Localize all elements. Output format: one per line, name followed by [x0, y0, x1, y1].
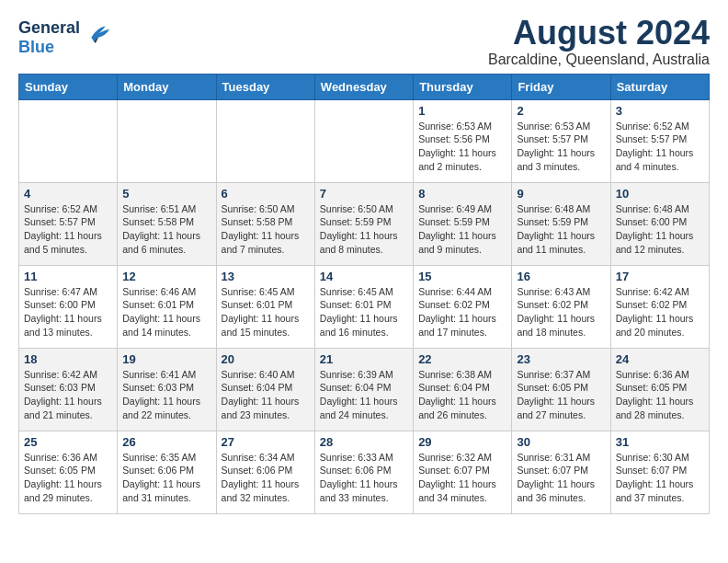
- day-number: 30: [517, 435, 605, 449]
- day-number: 29: [418, 435, 506, 449]
- day-number: 2: [517, 104, 605, 118]
- day-number: 28: [320, 435, 408, 449]
- calendar-cell: 18Sunrise: 6:42 AMSunset: 6:03 PMDayligh…: [19, 348, 118, 431]
- calendar-cell: [19, 99, 118, 182]
- calendar-cell: 27Sunrise: 6:34 AMSunset: 6:06 PMDayligh…: [216, 431, 314, 513]
- day-info: Sunrise: 6:30 AMSunset: 6:07 PMDaylight:…: [616, 451, 704, 505]
- calendar-cell: 20Sunrise: 6:40 AMSunset: 6:04 PMDayligh…: [216, 348, 314, 431]
- day-number: 21: [320, 352, 408, 366]
- day-info: Sunrise: 6:31 AMSunset: 6:07 PMDaylight:…: [517, 451, 605, 505]
- header-row: SundayMondayTuesdayWednesdayThursdayFrid…: [19, 74, 710, 99]
- calendar-cell: 24Sunrise: 6:36 AMSunset: 6:05 PMDayligh…: [610, 348, 709, 431]
- header: General Blue August 2024 Barcaldine, Que…: [18, 15, 710, 68]
- day-number: 3: [616, 104, 704, 118]
- calendar-table: SundayMondayTuesdayWednesdayThursdayFrid…: [18, 74, 710, 514]
- day-number: 4: [24, 187, 112, 201]
- calendar-cell: 22Sunrise: 6:38 AMSunset: 6:04 PMDayligh…: [414, 348, 512, 431]
- header-saturday: Saturday: [610, 74, 709, 99]
- calendar-body: 1Sunrise: 6:53 AMSunset: 5:56 PMDaylight…: [19, 99, 710, 513]
- day-info: Sunrise: 6:32 AMSunset: 6:07 PMDaylight:…: [418, 451, 506, 505]
- day-info: Sunrise: 6:46 AMSunset: 6:01 PMDaylight:…: [122, 285, 210, 339]
- day-number: 20: [222, 352, 310, 366]
- day-info: Sunrise: 6:33 AMSunset: 6:06 PMDaylight:…: [320, 451, 408, 505]
- calendar-cell: 1Sunrise: 6:53 AMSunset: 5:56 PMDaylight…: [414, 99, 512, 182]
- calendar-cell: 15Sunrise: 6:44 AMSunset: 6:02 PMDayligh…: [414, 265, 512, 348]
- day-number: 23: [517, 352, 605, 366]
- calendar-cell: 11Sunrise: 6:47 AMSunset: 6:00 PMDayligh…: [19, 265, 118, 348]
- day-info: Sunrise: 6:45 AMSunset: 6:01 PMDaylight:…: [320, 285, 408, 339]
- header-wednesday: Wednesday: [314, 74, 413, 99]
- day-info: Sunrise: 6:53 AMSunset: 5:56 PMDaylight:…: [418, 120, 506, 174]
- day-info: Sunrise: 6:52 AMSunset: 5:57 PMDaylight:…: [24, 202, 112, 257]
- day-number: 8: [418, 187, 506, 201]
- calendar-cell: 6Sunrise: 6:50 AMSunset: 5:58 PMDaylight…: [216, 182, 314, 265]
- day-number: 16: [517, 270, 605, 283]
- day-number: 26: [122, 435, 210, 449]
- calendar-cell: 4Sunrise: 6:52 AMSunset: 5:57 PMDaylight…: [19, 182, 118, 265]
- logo-general: General: [18, 18, 80, 37]
- calendar-cell: 5Sunrise: 6:51 AMSunset: 5:58 PMDaylight…: [118, 182, 216, 265]
- calendar-cell: 26Sunrise: 6:35 AMSunset: 6:06 PMDayligh…: [118, 431, 216, 513]
- day-number: 24: [616, 352, 704, 366]
- header-thursday: Thursday: [414, 74, 512, 99]
- calendar-cell: 17Sunrise: 6:42 AMSunset: 6:02 PMDayligh…: [610, 265, 709, 348]
- day-number: 15: [418, 270, 506, 283]
- page-title: August 2024: [488, 15, 710, 52]
- week-row-3: 18Sunrise: 6:42 AMSunset: 6:03 PMDayligh…: [19, 348, 710, 431]
- day-number: 31: [616, 435, 704, 449]
- day-info: Sunrise: 6:34 AMSunset: 6:06 PMDaylight:…: [222, 451, 310, 505]
- day-info: Sunrise: 6:50 AMSunset: 5:58 PMDaylight:…: [222, 202, 310, 257]
- calendar-cell: [314, 99, 413, 182]
- calendar-cell: 3Sunrise: 6:52 AMSunset: 5:57 PMDaylight…: [610, 99, 709, 182]
- day-number: 22: [418, 352, 506, 366]
- day-info: Sunrise: 6:45 AMSunset: 6:01 PMDaylight:…: [222, 285, 310, 339]
- day-number: 1: [418, 104, 506, 118]
- day-info: Sunrise: 6:42 AMSunset: 6:03 PMDaylight:…: [24, 368, 112, 422]
- logo-blue: Blue: [18, 38, 54, 56]
- calendar-cell: 13Sunrise: 6:45 AMSunset: 6:01 PMDayligh…: [216, 265, 314, 348]
- day-info: Sunrise: 6:38 AMSunset: 6:04 PMDaylight:…: [418, 368, 506, 422]
- day-number: 5: [122, 187, 210, 201]
- day-info: Sunrise: 6:36 AMSunset: 6:05 PMDaylight:…: [24, 451, 112, 505]
- header-sunday: Sunday: [19, 74, 118, 99]
- day-number: 10: [616, 187, 704, 201]
- calendar-cell: 7Sunrise: 6:50 AMSunset: 5:59 PMDaylight…: [314, 182, 413, 265]
- day-info: Sunrise: 6:47 AMSunset: 6:00 PMDaylight:…: [24, 285, 112, 339]
- calendar-cell: 19Sunrise: 6:41 AMSunset: 6:03 PMDayligh…: [118, 348, 216, 431]
- day-number: 9: [517, 187, 605, 201]
- week-row-0: 1Sunrise: 6:53 AMSunset: 5:56 PMDaylight…: [19, 99, 710, 182]
- day-number: 6: [222, 187, 310, 201]
- week-row-2: 11Sunrise: 6:47 AMSunset: 6:00 PMDayligh…: [19, 265, 710, 348]
- calendar-header: SundayMondayTuesdayWednesdayThursdayFrid…: [19, 74, 710, 99]
- day-info: Sunrise: 6:53 AMSunset: 5:57 PMDaylight:…: [517, 120, 605, 174]
- day-info: Sunrise: 6:48 AMSunset: 6:00 PMDaylight:…: [616, 202, 704, 257]
- day-info: Sunrise: 6:49 AMSunset: 5:59 PMDaylight:…: [418, 202, 506, 257]
- day-number: 25: [24, 435, 112, 449]
- day-number: 13: [222, 270, 310, 283]
- title-area: August 2024 Barcaldine, Queensland, Aust…: [488, 15, 710, 68]
- day-number: 19: [122, 352, 210, 366]
- day-number: 7: [320, 187, 408, 201]
- logo: General Blue: [18, 18, 113, 57]
- day-info: Sunrise: 6:50 AMSunset: 5:59 PMDaylight:…: [320, 202, 408, 257]
- day-number: 27: [222, 435, 310, 449]
- day-info: Sunrise: 6:39 AMSunset: 6:04 PMDaylight:…: [320, 368, 408, 422]
- calendar-cell: [118, 99, 216, 182]
- header-friday: Friday: [512, 74, 610, 99]
- day-number: 17: [616, 270, 704, 283]
- calendar-cell: 14Sunrise: 6:45 AMSunset: 6:01 PMDayligh…: [314, 265, 413, 348]
- day-info: Sunrise: 6:52 AMSunset: 5:57 PMDaylight:…: [616, 120, 704, 174]
- calendar-cell: 2Sunrise: 6:53 AMSunset: 5:57 PMDaylight…: [512, 99, 610, 182]
- day-number: 11: [24, 270, 112, 283]
- calendar-cell: 30Sunrise: 6:31 AMSunset: 6:07 PMDayligh…: [512, 431, 610, 513]
- calendar-cell: 16Sunrise: 6:43 AMSunset: 6:02 PMDayligh…: [512, 265, 610, 348]
- day-number: 14: [320, 270, 408, 283]
- header-monday: Monday: [118, 74, 216, 99]
- day-info: Sunrise: 6:51 AMSunset: 5:58 PMDaylight:…: [122, 202, 210, 257]
- header-tuesday: Tuesday: [216, 74, 314, 99]
- page-subtitle: Barcaldine, Queensland, Australia: [488, 52, 710, 68]
- day-info: Sunrise: 6:40 AMSunset: 6:04 PMDaylight:…: [222, 368, 310, 422]
- week-row-1: 4Sunrise: 6:52 AMSunset: 5:57 PMDaylight…: [19, 182, 710, 265]
- calendar-cell: 23Sunrise: 6:37 AMSunset: 6:05 PMDayligh…: [512, 348, 610, 431]
- calendar-cell: 28Sunrise: 6:33 AMSunset: 6:06 PMDayligh…: [314, 431, 413, 513]
